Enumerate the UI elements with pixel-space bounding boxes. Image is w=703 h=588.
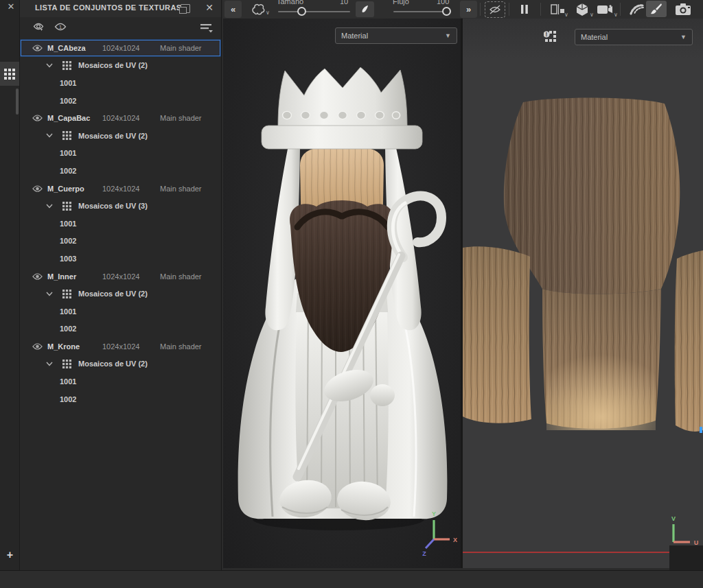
- uv-scroll-indicator: [700, 427, 702, 433]
- uv-tiles-group-row[interactable]: Mosaicos de UV (2): [20, 285, 221, 303]
- uv-tile-row[interactable]: 1001: [20, 373, 221, 390]
- split-view-toggle-icon[interactable]: ∨: [548, 1, 568, 17]
- flow-slider-handle[interactable]: [442, 7, 451, 16]
- uv-tiles-label: Mosaicos de UV (3): [78, 202, 148, 210]
- uv-tile-row[interactable]: 1002: [20, 233, 221, 250]
- viewport-2d-uv[interactable]: ! Material ▼: [463, 19, 703, 568]
- camera-view-icon[interactable]: ∨: [595, 1, 616, 17]
- flow-value: 100: [437, 0, 449, 5]
- brush-tip-button[interactable]: [356, 1, 374, 17]
- uv-tiles-label: Mosaicos de UV (2): [78, 360, 148, 368]
- collapse-toolbar-left-button[interactable]: «: [224, 1, 242, 18]
- chevron-down-icon[interactable]: [46, 362, 54, 366]
- uv-tile-number: 1001: [60, 79, 76, 87]
- texture-set-name: M_Krone: [47, 342, 102, 351]
- texture-set-shader[interactable]: Main shader: [160, 44, 202, 52]
- texture-set-row[interactable]: M_Krone1024x1024Main shader: [20, 338, 221, 355]
- uv-tile-number: 1001: [60, 220, 76, 228]
- texture-set-resolution: 1024x1024: [102, 272, 160, 281]
- add-dock-button[interactable]: +: [4, 549, 16, 561]
- uv-grid-icon: [62, 131, 71, 140]
- svg-text:1: 1: [59, 24, 62, 30]
- axis-gizmo-3d: Y X Z: [419, 509, 460, 561]
- uv-tiles-group-row[interactable]: Mosaicos de UV (2): [20, 355, 221, 373]
- texture-set-row[interactable]: M_CapaBac1024x1024Main shader: [20, 109, 221, 127]
- status-bar: [0, 570, 703, 588]
- viewport-corner-area: [669, 545, 703, 570]
- texture-set-row[interactable]: M_Inner1024x1024Main shader: [20, 268, 221, 285]
- solo-visibility-eye-icon[interactable]: 1: [54, 22, 67, 32]
- texture-set-name: M_Inner: [47, 272, 102, 281]
- uv-tiles-group-row[interactable]: Mosaicos de UV (2): [20, 127, 221, 145]
- chevron-down-icon[interactable]: [46, 292, 54, 296]
- dock-scrollbar[interactable]: [16, 89, 19, 115]
- uv-tile-row[interactable]: 1002: [20, 320, 221, 338]
- uv-tiles-label: Mosaicos de UV (2): [78, 290, 148, 298]
- texture-set-shader[interactable]: Main shader: [160, 342, 202, 351]
- paint-mode-button[interactable]: [646, 1, 667, 17]
- king-figurine-3d-model[interactable]: [223, 19, 461, 568]
- uv-tile-row[interactable]: 1001: [20, 215, 221, 233]
- panel-header: LISTA DE CONJUNTOS DE TEXTURAS ✕: [20, 0, 221, 18]
- chevron-down-icon[interactable]: [46, 63, 54, 68]
- brush-size-slider-handle[interactable]: [297, 7, 306, 16]
- chevron-down-icon[interactable]: [46, 133, 54, 138]
- uv-grid-icon: [62, 290, 71, 298]
- texture-set-resolution: 1024x1024: [102, 342, 160, 351]
- left-dock-strip: ✕ +: [0, 0, 20, 570]
- uv-tile-row[interactable]: 1003: [20, 250, 221, 268]
- uv-tile-number: 1002: [60, 97, 76, 105]
- brush-size-label: Tamaño: [277, 0, 303, 5]
- uv-tile-row[interactable]: 1002: [20, 162, 221, 180]
- brush-size-value: 10: [340, 0, 348, 5]
- uv-tiles-label: Mosaicos de UV (2): [78, 132, 148, 140]
- visibility-sync-eye-icon[interactable]: [33, 22, 45, 32]
- uv-tiles-group-row[interactable]: Mosaicos de UV (3): [20, 197, 221, 215]
- texture-set-name: M_CAbeza: [47, 44, 102, 52]
- uv-tile-row[interactable]: 1001: [20, 74, 221, 92]
- expand-toolbar-right-button[interactable]: »: [460, 1, 477, 18]
- texture-set-row[interactable]: M_CAbeza1024x1024Main shader: [20, 39, 221, 57]
- texture-set-list-dock-icon[interactable]: [0, 62, 19, 86]
- texture-set-shader[interactable]: Main shader: [160, 185, 202, 193]
- float-panel-icon[interactable]: [181, 4, 190, 13]
- texture-set-row[interactable]: M_Cuerpo1024x1024Main shader: [20, 180, 221, 198]
- uv-tile-row[interactable]: 1002: [20, 390, 221, 408]
- visibility-eye-icon[interactable]: [32, 114, 43, 122]
- uv-tile-number: 1001: [60, 307, 76, 316]
- visibility-eye-icon[interactable]: [32, 44, 43, 52]
- uv-tile-number: 1001: [60, 377, 76, 386]
- uv-tiles-group-row[interactable]: Mosaicos de UV (2): [20, 57, 221, 75]
- axis-x-label: X: [453, 537, 457, 543]
- list-options-icon[interactable]: [200, 23, 214, 33]
- texture-set-shader[interactable]: Main shader: [160, 114, 202, 122]
- uv-tile-row[interactable]: 1001: [20, 145, 221, 163]
- uv-tile-row[interactable]: 1001: [20, 303, 221, 320]
- viewport-3d[interactable]: Material ▼: [223, 19, 461, 568]
- texture-set-resolution: 1024x1024: [102, 44, 160, 52]
- axis-v-label: V: [671, 515, 676, 522]
- panel-toolbar: 1: [20, 17, 221, 38]
- top-toolbar: « ∨ Tamaño 10 Flujo 100 »: [223, 0, 703, 19]
- uv-tile-number: 1001: [60, 149, 76, 157]
- mesh-cube-icon[interactable]: ∨: [572, 1, 592, 17]
- brush-size-slider[interactable]: [278, 11, 350, 12]
- close-panel-icon[interactable]: ✕: [204, 2, 215, 13]
- flow-slider[interactable]: [393, 11, 448, 12]
- uv-texture-shells[interactable]: [463, 19, 703, 568]
- dock-close-icon[interactable]: ✕: [6, 2, 16, 12]
- pause-engine-icon[interactable]: [517, 1, 532, 16]
- visibility-eye-icon[interactable]: [32, 272, 43, 281]
- texture-set-list-panel: LISTA DE CONJUNTOS DE TEXTURAS ✕ 1: [20, 0, 222, 570]
- visibility-eye-icon[interactable]: [32, 342, 43, 351]
- visibility-eye-icon[interactable]: [32, 185, 43, 193]
- symmetry-off-icon[interactable]: [485, 1, 505, 18]
- uv-tile-row[interactable]: 1002: [20, 92, 221, 110]
- uv-grid-icon: [62, 61, 71, 70]
- screenshot-camera-icon[interactable]: [672, 1, 695, 17]
- texture-set-shader[interactable]: Main shader: [160, 272, 202, 281]
- chevron-down-icon[interactable]: [46, 204, 54, 209]
- uv-tile-number: 1002: [60, 325, 76, 333]
- brush-shape-tool-icon[interactable]: ∨: [248, 1, 268, 18]
- particle-brush-icon[interactable]: [627, 1, 646, 17]
